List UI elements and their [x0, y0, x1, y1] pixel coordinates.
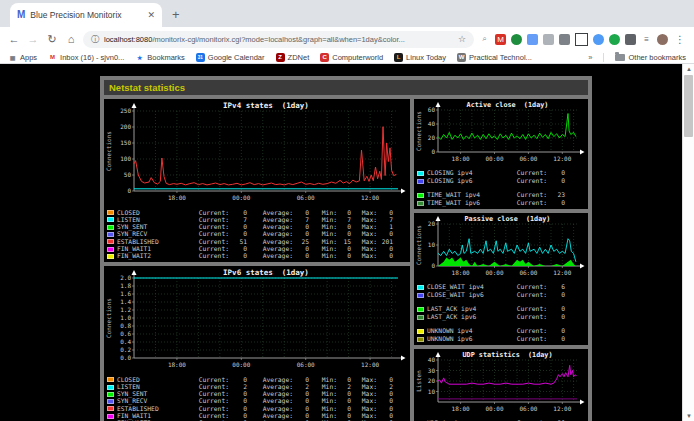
globe-extension-icon[interactable]	[511, 34, 522, 45]
svg-text:12:00: 12:00	[553, 269, 571, 276]
gray-box-extension-icon[interactable]	[543, 34, 554, 45]
legend-swatch	[107, 232, 114, 237]
chart-active-close[interactable]: 020406018:0000:0006:0012:00Active close …	[414, 99, 588, 209]
legend-stat-label: Current:	[503, 170, 547, 176]
legend-swatch	[107, 377, 114, 382]
legend-swatch	[107, 406, 114, 411]
tab-title: Blue Precision Monitorix	[30, 10, 142, 20]
legend-stat-value: 6	[547, 284, 565, 290]
ipv6-states-graph[interactable]: 0.00.20.40.60.81.01.21.41.61.82.018:0000…	[104, 267, 408, 371]
legend-stat-label: Min:	[309, 377, 337, 383]
bookmark-label: Google Calendar	[208, 53, 265, 62]
bookmark-item[interactable]: 31Google Calendar	[196, 53, 265, 62]
home-button[interactable]: ⌂	[64, 33, 78, 45]
folder-icon	[615, 54, 625, 61]
ipv4-states-graph[interactable]: 05010015020025018:0000:0006:0012:00IPv4 …	[104, 100, 408, 204]
svg-text:150: 150	[120, 139, 131, 146]
legend-stat-label: Current:	[189, 377, 229, 383]
bookmark-item[interactable]: WPractical Technol...	[457, 53, 532, 62]
active-close-graph[interactable]: 020406018:0000:0006:0012:00Active close …	[414, 100, 586, 164]
bookmark-item[interactable]: ★Bookmarks	[135, 53, 185, 62]
page-content: Netstat statistics 05010015020025018:000…	[0, 64, 694, 421]
scrollbar-up-arrow[interactable]: ▲	[683, 64, 694, 74]
frame-extension-icon[interactable]	[575, 33, 588, 46]
reading-list-icon[interactable]: ≡	[641, 34, 652, 45]
scrollbar-thumb[interactable]	[684, 75, 693, 137]
legend-stat-label: Average:	[247, 231, 293, 237]
chart-ipv6-states[interactable]: 0.00.20.40.60.81.01.21.41.61.82.018:0000…	[104, 266, 410, 421]
passive-close-graph[interactable]: 0102018:0000:0006:0012:00Passive close (…	[414, 214, 586, 278]
legend-series-name: CLOSING ipv4	[427, 170, 503, 176]
other-bookmarks-button[interactable]: Other bookmarks	[615, 53, 686, 62]
legend-row-last-ack-ipv6: LAST_ACK ipv6Current:0	[414, 313, 588, 321]
extensions-puzzle-icon[interactable]	[625, 34, 636, 45]
legend-swatch	[107, 399, 114, 404]
tab-close-icon[interactable]: ✕	[147, 10, 155, 20]
legend-row-fin-wait2: FIN_WAIT2Current:0Average:0Min:0Max:0	[104, 253, 410, 260]
svg-text:200: 200	[120, 123, 131, 130]
forward-button[interactable]: →	[26, 33, 40, 45]
profile-avatar[interactable]	[657, 34, 668, 45]
legend-series-name: UNKNOWN ipv4	[427, 328, 503, 334]
cast-extension-icon[interactable]	[559, 34, 570, 45]
legend-stat-label: Average:	[247, 398, 293, 404]
reload-button[interactable]: ↻	[45, 33, 59, 46]
udp-statistics-graph[interactable]: 1020304018:0000:0006:0012:00UDP statisti…	[414, 350, 586, 414]
legend-stat-value: 0	[547, 178, 565, 184]
chart-ipv4-states[interactable]: 05010015020025018:0000:0006:0012:00IPv4 …	[104, 99, 410, 262]
bookmark-label: Practical Technol...	[469, 53, 532, 62]
legend-swatch	[107, 210, 114, 215]
svg-text:0.6: 0.6	[120, 330, 131, 337]
chat-extension-icon[interactable]	[593, 34, 604, 45]
svg-text:40: 40	[428, 356, 436, 363]
bookmarks-bar: ▦AppsMInbox (16) - sjvn0...★Bookmarks31G…	[0, 51, 694, 64]
bookmark-item[interactable]: CComputerworld	[320, 53, 383, 62]
legend-swatch	[107, 385, 114, 390]
svg-text:0: 0	[431, 262, 435, 269]
legend-swatch	[417, 285, 424, 290]
gmail-icon: M	[48, 53, 57, 62]
apps-grid-icon: ▦	[8, 53, 17, 62]
svg-text:30: 30	[428, 367, 436, 374]
svg-text:IPv4 states (1day): IPv4 states (1day)	[223, 101, 309, 110]
back-button[interactable]: ←	[7, 33, 21, 45]
wordpress-icon: W	[457, 53, 466, 62]
url-path: /monitorix-cgi/monitorix.cgi?mode=localh…	[152, 35, 404, 44]
svg-text:0: 0	[127, 187, 131, 194]
bookmark-item[interactable]: ▦Apps	[8, 53, 37, 62]
chrome-menu-icon[interactable]: ⋮	[673, 34, 687, 45]
new-tab-button[interactable]: +	[172, 8, 180, 21]
svg-text:0.4: 0.4	[120, 338, 131, 345]
url-text[interactable]: localhost:8080/monitorix-cgi/monitorix.c…	[104, 35, 453, 44]
scrollbar-down-arrow[interactable]: ▼	[683, 411, 694, 421]
page-info-icon[interactable]: ⓘ	[91, 34, 99, 45]
bookmark-item[interactable]: MInbox (16) - sjvn0...	[48, 53, 124, 62]
legend-stat-label: Current:	[503, 192, 547, 198]
copy-pages-extension-icon[interactable]	[527, 34, 538, 45]
search-extension-icon[interactable]: ⌕	[479, 34, 490, 45]
legend-stat-value: 0	[229, 377, 247, 383]
chart-udp-statistics[interactable]: 1020304018:0000:0006:0012:00UDP statisti…	[414, 349, 588, 421]
svg-text:12:00: 12:00	[361, 194, 379, 201]
legend-swatch	[107, 225, 114, 230]
legend-swatch	[417, 171, 424, 176]
url-host: localhost:8080	[104, 35, 152, 44]
legend-stat-value: 0	[547, 336, 565, 342]
legend-stat-label: Current:	[503, 200, 547, 206]
other-bookmarks-label: Other bookmarks	[628, 53, 686, 62]
page-scrollbar[interactable]: ▲ ▼	[682, 64, 694, 421]
bookmark-item[interactable]: ZZDNet	[276, 53, 310, 62]
address-bar[interactable]: ⓘ localhost:8080/monitorix-cgi/monitorix…	[83, 31, 474, 48]
bookmarks-overflow-chevron[interactable]: »	[588, 53, 592, 62]
svg-text:2.0: 2.0	[120, 274, 131, 281]
svg-text:Passive close (1day): Passive close (1day)	[465, 215, 551, 223]
svg-text:0.8: 0.8	[120, 322, 131, 329]
mail-extension-icon[interactable]: M	[495, 34, 506, 45]
bookmark-item[interactable]: LLinux Today	[394, 53, 446, 62]
swirl-extension-icon[interactable]	[609, 34, 620, 45]
browser-tab[interactable]: M Blue Precision Monitorix ✕	[10, 3, 162, 27]
legend-stat-label: Current:	[503, 292, 547, 298]
chart-passive-close[interactable]: 0102018:0000:0006:0012:00Passive close (…	[414, 213, 588, 345]
bookmark-star-icon[interactable]: ☆	[458, 34, 466, 44]
legend-stat-value: 0	[377, 231, 393, 237]
